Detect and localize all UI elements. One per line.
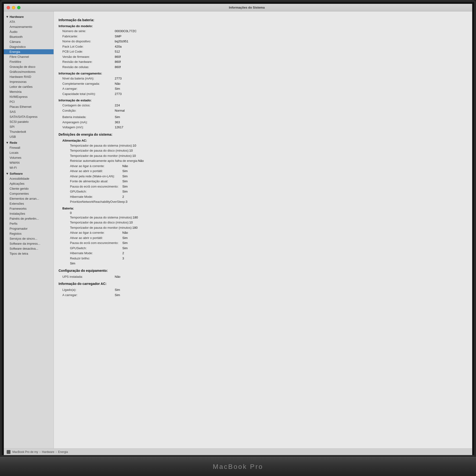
- sidebar-item-diagnostico[interactable]: Diagnóstico: [4, 44, 53, 49]
- sidebar-item-extensoes[interactable]: Extensões: [4, 201, 53, 206]
- sidebar-item-audio[interactable]: Áudio: [4, 29, 53, 34]
- info-row-serial: Número de série: 00030C0L77ZC: [62, 29, 467, 34]
- ac-row-3: Temporizador de pausa do monitor (minuto…: [70, 153, 467, 158]
- bat-label-2: Temporizador de pausa do disco (minutos)…: [70, 220, 129, 225]
- sidebar-item-componentes[interactable]: Componentes: [4, 191, 53, 196]
- ac-row-5: Ativar ao ligar à corrente: Não: [70, 164, 467, 169]
- sidebar-item-spi[interactable]: SPI: [4, 124, 53, 129]
- sidebar-item-graficos[interactable]: Gráficos/monitores: [4, 69, 53, 74]
- equip-table: UPS instalada: Não: [62, 274, 467, 279]
- sidebar-item-thunderbolt[interactable]: Thunderbolt: [4, 129, 53, 134]
- sidebar-item-cliente[interactable]: Cliente gerido: [4, 186, 53, 191]
- sidebar-item-nvme[interactable]: NVMExpress: [4, 94, 53, 99]
- label-amp: Amperagem (mA):: [62, 120, 115, 125]
- breadcrumb-root: MacBook Pro de my: [12, 450, 38, 454]
- sidebar-item-hardware[interactable]: ▼ Hardware: [4, 14, 53, 19]
- sidebar-item-volumes[interactable]: Volumes: [4, 155, 53, 160]
- maximize-button[interactable]: [17, 6, 20, 9]
- bat-row-8: Hibernate Mode: 2: [70, 251, 467, 255]
- bat-row-3: Temporizador de pausa do monitor (minuto…: [70, 225, 467, 230]
- battery-extra-0: 0: [70, 211, 467, 215]
- sidebar-item-wifi[interactable]: Wi-Fi: [4, 165, 53, 170]
- bat-label-7: GPUSwitch:: [70, 246, 122, 251]
- bat-row-4: Ativar ao ligar à corrente: Não: [70, 230, 467, 235]
- sidebar-item-servicos[interactable]: Serviços de sincro...: [4, 236, 53, 241]
- state-section-title: Informação de estado:: [59, 99, 467, 102]
- sidebar-item-sw-impress[interactable]: Software da impress...: [4, 241, 53, 246]
- equip-value-ups: Não: [115, 274, 120, 279]
- sidebar-item-sas[interactable]: SAS: [4, 109, 53, 114]
- sidebar-item-locais[interactable]: Locais: [4, 150, 53, 155]
- info-row-acarregar: A carregar: Sim: [62, 86, 467, 91]
- info-row-ciclos: Contagem de ciclos: 224: [62, 103, 467, 108]
- info-row-amp: Amperagem (mA): 363: [62, 120, 467, 125]
- sidebar-item-gravacao[interactable]: Gravação de disco: [4, 64, 53, 69]
- battery-fields: Bateria instalada: Sim Amperagem (mA): 3…: [62, 115, 467, 130]
- bat-label-9: Reduzir brilho:: [70, 256, 122, 261]
- bat-label-4: Ativar ao ligar à corrente:: [70, 230, 122, 235]
- sidebar-item-armazenamento[interactable]: Armazenamento: [4, 24, 53, 29]
- bat-extra-sim: Sim: [70, 261, 75, 266]
- sidebar-item-usb[interactable]: USB: [4, 134, 53, 139]
- equip-config-title: Configuração do equipamento:: [59, 269, 467, 272]
- sidebar-item-paineis[interactable]: Painéis de preferên...: [4, 216, 53, 221]
- macbook-label: MacBook Pro: [213, 463, 263, 471]
- ac-charger-row-1: Ligado(a): Sim: [62, 288, 467, 292]
- sidebar-item-impressoras[interactable]: Impressoras: [4, 79, 53, 84]
- ac-row-1: Temporizador de pausa do sistema (minuto…: [70, 143, 467, 148]
- label-nivel: Nível da bateria (mAh):: [62, 76, 115, 81]
- sidebar-item-instalacoes[interactable]: Instalações: [4, 211, 53, 216]
- sidebar-item-rede[interactable]: ▼ Rede: [4, 140, 53, 145]
- sidebar-item-ata[interactable]: ATA: [4, 19, 53, 24]
- bat-row-7: GPUSwitch: Sim: [70, 246, 467, 251]
- breadcrumb-bar: MacBook Pro de my › Hardware › Energia: [4, 448, 472, 455]
- sidebar-item-scsi[interactable]: SCSI paralelo: [4, 119, 53, 124]
- sidebar-item-sata[interactable]: SATA/SATA Express: [4, 114, 53, 119]
- sidebar-item-hwraid[interactable]: Hardware RAID: [4, 74, 53, 79]
- sidebar-item-sw-desact[interactable]: Software desactiva...: [4, 246, 53, 251]
- ac-row-4: Reiniciar automaticamente após falha de …: [70, 158, 467, 163]
- sidebar-item-camera[interactable]: Câmara: [4, 39, 53, 44]
- sidebar-item-firewire[interactable]: FireWire: [4, 59, 53, 64]
- bat-value-1: 180: [133, 215, 138, 220]
- label-binstalled: Bateria instalada:: [62, 115, 115, 119]
- sidebar-item-elementos[interactable]: Elementos de arran...: [4, 196, 53, 201]
- sidebar-item-acessibilidade[interactable]: Acessibilidade: [4, 176, 53, 181]
- info-row-nivel: Nível da bateria (mAh): 2773: [62, 76, 467, 81]
- sidebar-item-firewall[interactable]: Firewall: [4, 145, 53, 150]
- sidebar-item-bluetooth[interactable]: Bluetooth: [4, 34, 53, 39]
- bat-value-5: Sim: [122, 236, 128, 240]
- sidebar-item-tipos-letra[interactable]: Tipos de letra: [4, 251, 53, 256]
- sidebar-item-pci[interactable]: PCI: [4, 99, 53, 104]
- value-pack: 420a: [115, 44, 122, 49]
- ac-row-7: Ativar pela rede (Wake-on-LAN): Sim: [70, 174, 467, 179]
- sidebar-item-frameworks[interactable]: Frameworks: [4, 206, 53, 211]
- label-acarregar: A carregar:: [62, 86, 115, 91]
- sidebar-item-registos[interactable]: Registos: [4, 231, 53, 236]
- sidebar-item-wwan[interactable]: WWAN: [4, 160, 53, 165]
- sidebar-item-memoria[interactable]: Memória: [4, 89, 53, 94]
- sidebar-item-software[interactable]: ▼ Software: [4, 171, 53, 176]
- value-volt: 12617: [115, 125, 123, 130]
- ac-label-7: Ativar pela rede (Wake-on-LAN):: [70, 174, 122, 179]
- sidebar-item-fibre[interactable]: Fibre Channel: [4, 54, 53, 59]
- bat-row-1: Temporizador de pausa do sistema (minuto…: [70, 215, 467, 220]
- ac-value-8: Sim: [122, 179, 128, 184]
- label-fab: Fabricante:: [62, 34, 115, 39]
- main-layout: ▼ Hardware ATA Armazenamento Áudio Bluet…: [4, 11, 472, 448]
- ac-section: Alimentação AC: Temporizador de pausa do…: [62, 139, 467, 204]
- close-button[interactable]: [7, 6, 10, 9]
- sidebar-item-placas[interactable]: Placas Ethernet: [4, 104, 53, 109]
- sidebar-item-energia[interactable]: Energia: [4, 49, 53, 54]
- label-cap: Capacidade total (mAh):: [62, 92, 115, 96]
- ac-row-8: Fonte de alimentação atual: Sim: [70, 179, 467, 184]
- value-cap: 2773: [115, 92, 122, 96]
- value-pcb: 512: [115, 49, 120, 54]
- sidebar-item-leitor[interactable]: Leitor de cartões: [4, 84, 53, 89]
- traffic-lights: [7, 6, 20, 9]
- sidebar-item-programador[interactable]: Programador: [4, 226, 53, 231]
- minimize-button[interactable]: [12, 6, 15, 9]
- sidebar-item-aplicacoes[interactable]: Aplicações: [4, 181, 53, 186]
- sidebar-item-perfis[interactable]: Perfis: [4, 221, 53, 226]
- ac-label-1: Temporizador de pausa do sistema (minuto…: [70, 143, 133, 148]
